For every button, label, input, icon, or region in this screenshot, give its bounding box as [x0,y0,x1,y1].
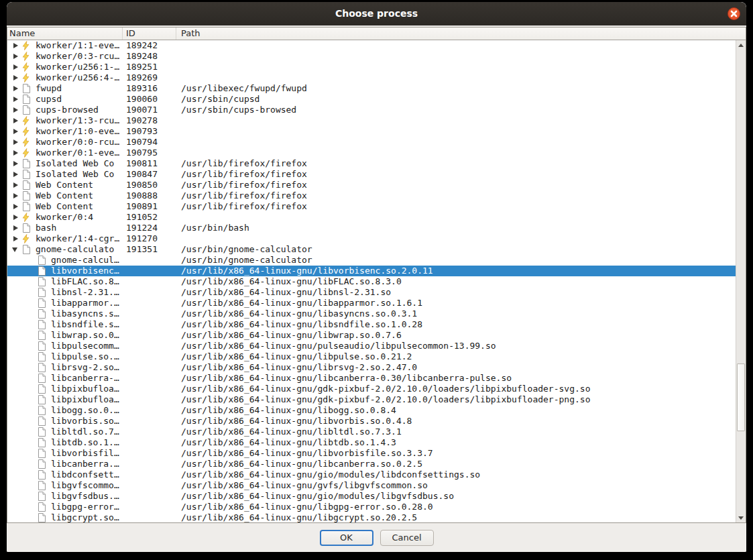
process-row[interactable]: kworker/1:3-rcu…190278 [7,115,736,126]
process-row[interactable]: libFLAC.so.8…/usr/lib/x86_64-linux-gnu/l… [7,276,736,287]
process-path: /usr/lib/x86_64-linux-gnu/libltdl.so.7.3… [176,427,736,437]
close-button[interactable] [728,7,740,20]
process-row[interactable]: Web Content190891/usr/lib/firefox/firefo… [7,201,736,212]
process-row[interactable]: cupsd190060/usr/sbin/cupsd [7,94,736,105]
arrow-down-icon [738,516,744,520]
ok-button[interactable]: OK [320,530,373,546]
process-row[interactable]: kworker/1:0-eve…190793 [7,126,736,137]
process-name-cell: gnome-calculato [7,244,123,255]
process-row[interactable]: libpixbufloa…/usr/lib/x86_64-linux-gnu/g… [7,384,736,394]
process-row[interactable]: cups-browsed190071/usr/sbin/cups-browsed [7,105,736,115]
expand-expander[interactable] [11,107,22,113]
expand-expander[interactable] [11,172,22,177]
expand-expander[interactable] [11,161,22,166]
expand-expander[interactable] [11,43,22,48]
process-name: kworker/1:0-eve… [36,126,119,137]
collapse-expander[interactable] [11,247,22,252]
process-row[interactable]: Isolated Web Co190811/usr/lib/firefox/fi… [7,158,736,169]
expand-expander[interactable] [11,182,22,188]
process-row[interactable]: kworker/0:0-rcu…190794 [7,137,736,148]
process-path: /usr/lib/x86_64-linux-gnu/libapparmor.so… [176,298,736,309]
process-row[interactable]: libsndfile.s…/usr/lib/x86_64-linux-gnu/l… [7,319,736,330]
process-row[interactable]: gnome-calculato191351/usr/bin/gnome-calc… [7,244,736,255]
process-row[interactable]: libwrap.so.0…/usr/lib/x86_64-linux-gnu/l… [7,330,736,341]
process-name: libcanberra-… [51,373,119,384]
process-row[interactable]: kworker/0:1-eve…190795 [7,148,736,158]
process-row[interactable]: libnsl-2.31.…/usr/lib/x86_64-linux-gnu/l… [7,287,736,298]
process-row[interactable]: libgpg-error…/usr/lib/x86_64-linux-gnu/l… [7,502,736,512]
process-row[interactable]: libvorbis.so…/usr/lib/x86_64-linux-gnu/l… [7,416,736,427]
expand-expander[interactable] [11,118,22,123]
expand-expander[interactable] [11,64,22,70]
process-row[interactable]: libcanberra-…/usr/lib/x86_64-linux-gnu/l… [7,373,736,384]
process-row[interactable]: Web Content190850/usr/lib/firefox/firefo… [7,180,736,190]
column-header-path[interactable]: Path [176,27,746,40]
process-path: /usr/lib/x86_64-linux-gnu/libasyncns.so.… [176,309,736,319]
expand-expander[interactable] [11,225,22,231]
process-row[interactable]: libtdb.so.1.…/usr/lib/x86_64-linux-gnu/l… [7,437,736,448]
scroll-down-button[interactable] [736,513,746,522]
process-row[interactable]: libgvfscommo…/usr/lib/x86_64-linux-gnu/g… [7,480,736,491]
process-row[interactable]: kworker/1:1-eve…189242 [7,40,736,51]
process-row[interactable]: librsvg-2.so…/usr/lib/x86_64-linux-gnu/l… [7,362,736,373]
process-row[interactable]: fwupd189316/usr/libexec/fwupd/fwupd [7,83,736,94]
expand-expander[interactable] [11,193,22,199]
lightning-icon [22,62,31,72]
process-row[interactable]: Web Content190888/usr/lib/firefox/firefo… [7,190,736,201]
process-row[interactable]: libgvfsdbus.…/usr/lib/x86_64-linux-gnu/g… [7,491,736,502]
expand-expander[interactable] [11,236,22,241]
process-row[interactable]: Isolated Web Co190847/usr/lib/firefox/fi… [7,169,736,180]
expand-expander[interactable] [11,150,22,156]
process-row[interactable]: libvorbisenc…/usr/lib/x86_64-linux-gnu/l… [7,266,736,276]
expand-expander[interactable] [11,97,22,102]
process-name-cell: kworker/u256:1-… [7,62,123,72]
process-row[interactable]: gnome-calcul…/usr/bin/gnome-calculator [7,255,736,266]
process-row[interactable]: kworker/1:4-cgr…191270 [7,233,736,244]
process-row[interactable]: libogg.so.0.…/usr/lib/x86_64-linux-gnu/l… [7,405,736,416]
expand-expander[interactable] [11,54,22,59]
process-name: libdconfsett… [51,469,119,480]
process-row[interactable]: kworker/0:4191052 [7,212,736,223]
expand-expander[interactable] [11,129,22,134]
vertical-scrollbar[interactable] [736,40,746,522]
process-name: libvorbis.so… [51,416,119,427]
process-row[interactable]: libpulse.so.…/usr/lib/x86_64-linux-gnu/l… [7,351,736,362]
process-path: /usr/lib/x86_64-linux-gnu/libnsl-2.31.so [176,287,736,298]
process-path: /usr/lib/x86_64-linux-gnu/libcanberra.so… [176,459,736,469]
expand-expander[interactable] [11,75,22,80]
process-row[interactable]: libvorbisfil…/usr/lib/x86_64-linux-gnu/l… [7,448,736,459]
scrollbar-thumb[interactable] [737,363,745,431]
process-name: kworker/u256:1-… [36,62,119,72]
cancel-button[interactable]: Cancel [380,530,434,546]
expand-expander[interactable] [11,86,22,91]
process-id [123,491,176,502]
process-name-cell: kworker/0:3-rcu… [7,51,123,62]
process-row[interactable]: libltdl.so.7…/usr/lib/x86_64-linux-gnu/l… [7,427,736,437]
process-row[interactable]: libpulsecomm…/usr/lib/x86_64-linux-gnu/p… [7,341,736,351]
process-row[interactable]: libgcrypt.so…/usr/lib/x86_64-linux-gnu/l… [7,512,736,522]
column-header-name[interactable]: Name [7,27,123,40]
process-id [123,405,176,416]
process-row[interactable]: libpixbufloa…/usr/lib/x86_64-linux-gnu/g… [7,394,736,405]
process-row[interactable]: kworker/u256:4-…189269 [7,72,736,83]
expand-expander[interactable] [11,139,22,145]
process-path: /usr/bin/bash [176,223,736,233]
expand-expander[interactable] [11,215,22,220]
file-icon [38,395,46,404]
process-row[interactable]: libasyncns.s…/usr/lib/x86_64-linux-gnu/l… [7,309,736,319]
process-path: /usr/lib/x86_64-linux-gnu/libcanberra-0.… [176,373,736,384]
titlebar[interactable]: Choose process [7,2,746,25]
scroll-up-button[interactable] [736,40,746,50]
column-header-id[interactable]: ID [123,27,176,40]
process-row[interactable]: libapparmor.…/usr/lib/x86_64-linux-gnu/l… [7,298,736,309]
process-row[interactable]: libcanberra.…/usr/lib/x86_64-linux-gnu/l… [7,459,736,469]
chevron-right-icon [13,54,18,59]
process-name: librsvg-2.so… [51,362,119,373]
process-name: libltdl.so.7… [51,427,119,437]
process-row[interactable]: bash191224/usr/bin/bash [7,223,736,233]
process-row[interactable]: libdconfsett…/usr/lib/x86_64-linux-gnu/g… [7,469,736,480]
expand-expander[interactable] [11,204,22,209]
process-row[interactable]: kworker/u256:1-…189251 [7,62,736,72]
lightning-icon [22,127,31,136]
process-row[interactable]: kworker/0:3-rcu…189248 [7,51,736,62]
